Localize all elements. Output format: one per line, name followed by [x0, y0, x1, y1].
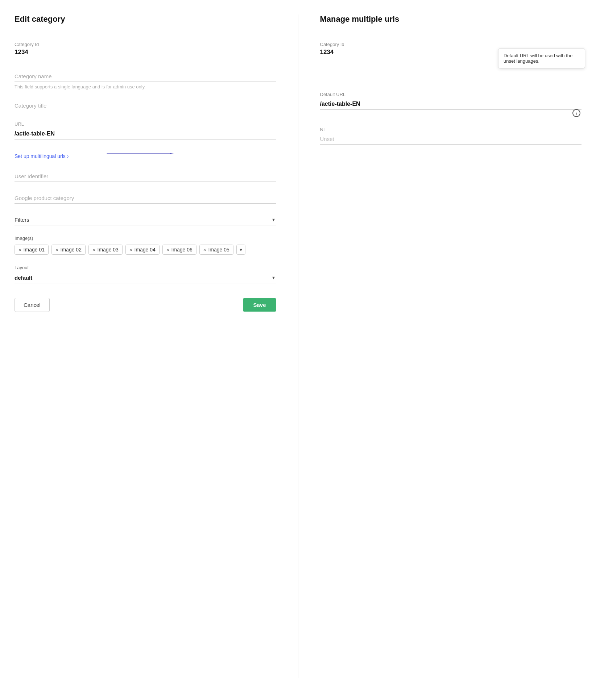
default-url-value: /actie-table-EN: [320, 99, 582, 110]
save-button[interactable]: Save: [243, 298, 276, 312]
multilingual-section: Set up multilingual urls ›: [15, 150, 276, 159]
image-03-remove-icon[interactable]: ×: [92, 247, 95, 252]
category-title-group: [15, 100, 276, 111]
category-name-group: This field supports a single language an…: [15, 70, 276, 89]
tooltip-box: Default URL will be used with the unset …: [498, 48, 585, 68]
image-tag-02: × Image 02: [51, 245, 86, 255]
filters-select-wrapper: Filters: [15, 214, 276, 225]
category-id-section: Category Id 1234: [15, 35, 276, 59]
user-identifier-group: [15, 170, 276, 182]
image-03-label: Image 03: [98, 247, 119, 253]
arrow-line: [73, 153, 207, 154]
nl-value: Unset: [320, 134, 582, 145]
image-tag-06: × Image 06: [162, 245, 196, 255]
image-05-label: Image 05: [208, 247, 229, 253]
url-label: URL: [15, 121, 276, 127]
image-04-remove-icon[interactable]: ×: [129, 247, 132, 252]
category-name-input[interactable]: [15, 70, 276, 82]
image-01-remove-icon[interactable]: ×: [18, 247, 21, 252]
multilingual-urls-link[interactable]: Set up multilingual urls ›: [15, 153, 69, 159]
image-06-label: Image 06: [171, 247, 192, 253]
svg-text:i: i: [576, 111, 577, 116]
image-02-label: Image 02: [61, 247, 82, 253]
left-panel-title: Edit category: [15, 14, 276, 24]
svg-marker-1: [170, 153, 174, 154]
cancel-button[interactable]: Cancel: [15, 298, 50, 312]
image-01-label: Image 01: [24, 247, 45, 253]
category-id-value: 1234: [15, 49, 276, 56]
default-url-label: Default URL: [320, 92, 582, 97]
url-value: /actie-table-EN: [15, 128, 276, 139]
image-tag-04: × Image 04: [125, 245, 160, 255]
images-label: Image(s): [15, 236, 276, 241]
default-url-section: Default URL will be used with the unset …: [320, 66, 582, 113]
user-identifier-input[interactable]: [15, 170, 276, 182]
right-category-id-label: Category Id: [320, 42, 582, 47]
filters-group: Filters: [15, 214, 276, 225]
image-tags-container: × Image 01 × Image 02 × Image 03 × Image…: [15, 245, 276, 255]
image-05-remove-icon[interactable]: ×: [203, 247, 206, 252]
tooltip-text: Default URL will be used with the unset …: [504, 53, 572, 64]
filters-select[interactable]: Filters: [15, 214, 276, 225]
images-expand-button[interactable]: ▾: [236, 245, 245, 255]
image-04-label: Image 04: [134, 247, 156, 253]
image-tag-01: × Image 01: [15, 245, 49, 255]
category-name-hint: This field supports a single language an…: [15, 84, 276, 89]
images-section: Image(s) × Image 01 × Image 02 × Image 0…: [15, 236, 276, 255]
chevron-right-icon: ›: [67, 153, 69, 159]
category-title-input[interactable]: [15, 100, 276, 111]
google-product-category-input[interactable]: [15, 192, 276, 204]
layout-select-wrapper: default wide narrow: [15, 272, 276, 283]
right-panel: Manage multiple urls Category Id 1234 De…: [298, 14, 582, 678]
right-panel-title: Manage multiple urls: [320, 14, 582, 24]
image-tag-03: × Image 03: [88, 245, 123, 255]
nl-label: NL: [320, 127, 582, 132]
image-06-remove-icon[interactable]: ×: [166, 247, 169, 252]
google-product-category-group: [15, 192, 276, 204]
category-id-label: Category Id: [15, 42, 276, 47]
info-icon[interactable]: i: [571, 108, 581, 118]
image-tag-05: × Image 05: [199, 245, 233, 255]
footer-buttons: Cancel Save: [15, 298, 276, 312]
url-group: URL /actie-table-EN: [15, 121, 276, 139]
left-panel: Edit category Category Id 1234 This fiel…: [15, 14, 298, 678]
nl-section: NL Unset: [320, 120, 582, 148]
layout-label: Layout: [15, 265, 276, 270]
layout-select[interactable]: default wide narrow: [15, 272, 276, 283]
layout-section: Layout default wide narrow: [15, 265, 276, 283]
image-02-remove-icon[interactable]: ×: [55, 247, 58, 252]
chevron-down-icon: ▾: [240, 247, 242, 253]
